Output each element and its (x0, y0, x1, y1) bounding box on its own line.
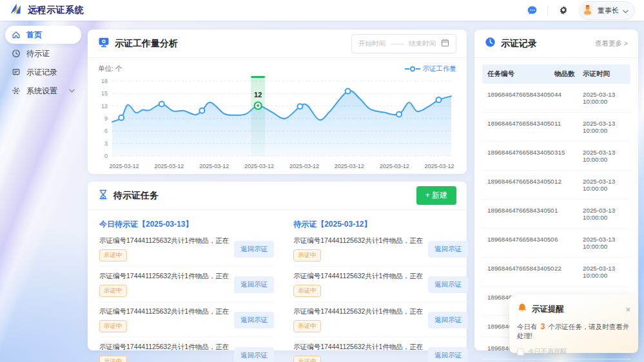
cell-count: 1 (554, 207, 583, 221)
legend-marker-icon (405, 66, 420, 72)
table-row[interactable]: 1896846476658434050 1 2025-03-13 10:00:0… (482, 200, 630, 229)
view-more-link[interactable]: 查看更多 > (595, 39, 628, 48)
task-text: 示证编号174441125632共计1件物品，正在示证。 (293, 343, 423, 352)
cell-count: 22 (554, 265, 583, 279)
sidebar-item-records[interactable]: 示证记录 (5, 63, 81, 81)
return-evidence-button[interactable]: 返回示证 (234, 241, 274, 258)
unit-label: 单位: 个 (98, 64, 122, 73)
gear-icon[interactable] (557, 4, 570, 17)
sidebar-item-label: 待示证 (26, 48, 50, 59)
highlight-marker-dot (257, 104, 259, 107)
cell-count: 315 (554, 149, 583, 163)
return-evidence-button[interactable]: 返回示证 (428, 312, 468, 329)
app-title: 远程示证系统 (28, 5, 84, 16)
monitor-icon (98, 37, 110, 51)
start-date-field[interactable]: 开始时间 (358, 39, 385, 48)
calendar-icon (441, 38, 449, 50)
x-tick-label: 2025-03-12 (380, 163, 409, 169)
tasks-card-header: 待示证任务 + 新建 (88, 182, 467, 210)
records-table-header: 任务编号 物品数 示证时间 (482, 64, 630, 84)
return-evidence-button[interactable]: 返回示证 (234, 347, 274, 362)
task-main: 示证编号174441125632共计1件物品，正在示证。 示证中 (99, 343, 229, 362)
sidebar-item-settings[interactable]: 系统设置 (5, 82, 81, 100)
table-row[interactable]: 1896846476658434050 22 2025-03-13 10:00:… (482, 258, 630, 287)
task-group-pending: 待示证【2025-03-12】 示证编号174441125632共计1件物品，正… (293, 216, 468, 362)
return-evidence-button[interactable]: 返回示证 (234, 276, 274, 293)
toast-title: 示证提醒 (532, 304, 564, 315)
task-item: 示证编号174441125632共计1件物品，正在示证。 示证中 返回示证 (293, 302, 468, 338)
x-tick-label: 2025-03-12 (199, 163, 229, 169)
cell-count: 11 (554, 120, 583, 134)
point-value-label: 12 (254, 91, 262, 99)
task-status-badge: 示证中 (99, 320, 127, 332)
sidebar-item-home[interactable]: 首页 (5, 26, 81, 44)
home-icon (12, 30, 21, 39)
chart-area: 03691215182025-03-122025-03-122025-03-12… (88, 73, 467, 175)
dashboard-page: 远程示证系统 (0, 0, 644, 362)
y-tick-label: 3 (104, 140, 108, 147)
task-main: 示证编号174441125632共计1件物品，正在示证。 示证中 (293, 236, 423, 262)
range-separator: —— (391, 40, 404, 47)
chart-marker (119, 115, 124, 120)
mute-today-checkbox[interactable]: 今日不再提醒 (517, 347, 630, 356)
cell-task-no: 1896846476658434050 (487, 178, 554, 192)
return-evidence-button[interactable]: 返回示证 (428, 347, 468, 362)
workload-card: 示证工作量分析 开始时间 —— 结束时间 单位: 个 示证工作量 (88, 30, 467, 174)
task-group-title: 待示证【2025-03-12】 (293, 216, 468, 231)
x-tick-label: 2025-03-12 (425, 163, 454, 169)
toast-count: 3 (539, 322, 546, 331)
sidebar-item-label: 首页 (26, 30, 42, 41)
sidebar-item-pending[interactable]: 待示证 (5, 44, 81, 62)
task-status-badge: 示证中 (99, 356, 127, 362)
message-icon[interactable] (525, 4, 538, 17)
toast-message-prefix: 今日有 (517, 323, 538, 330)
chart-meta-row: 单位: 个 示证工作量 (88, 58, 467, 73)
x-tick-label: 2025-03-12 (335, 163, 364, 169)
table-row[interactable]: 1896846476658434050 44 2025-03-13 10:00:… (482, 84, 630, 113)
task-text: 示证编号174441125632共计1件物品，正在示证。 (293, 272, 423, 281)
cell-time: 2025-03-13 10:00:00 (583, 265, 625, 279)
cell-count: 44 (554, 91, 583, 105)
table-row[interactable]: 1896846476658434050 12 2025-03-13 10:00:… (482, 171, 630, 200)
cell-time: 2025-03-13 10:00:00 (583, 236, 625, 250)
task-list: 示证编号174441125632共计1件物品，正在示证。 示证中 返回示证 示证… (293, 231, 468, 362)
end-date-field[interactable]: 结束时间 (409, 39, 436, 48)
task-main: 示证编号174441125632共计1件物品，正在示证。 示证中 (99, 272, 229, 297)
task-item: 示证编号174441125632共计1件物品，正在示证。 示证中 返回示证 (99, 231, 274, 267)
task-status-badge: 示证中 (293, 356, 321, 362)
checkbox-icon[interactable] (517, 348, 524, 356)
y-tick-label: 18 (101, 78, 108, 84)
col-task-no: 任务编号 (487, 70, 554, 79)
cell-time: 2025-03-13 10:00:00 (583, 207, 625, 221)
table-row[interactable]: 1896846476658434050 11 2025-03-13 10:00:… (482, 113, 630, 142)
task-text: 示证编号174441125632共计1件物品，正在示证。 (293, 307, 423, 316)
record-icon (12, 68, 21, 77)
close-icon[interactable]: × (625, 305, 630, 314)
clock-icon (12, 49, 21, 58)
header-divider (547, 6, 548, 15)
tasks-title: 待示证任务 (113, 190, 159, 202)
task-group-today: 今日待示证【2025-03-13】 示证编号174441125632共计1件物品… (99, 216, 274, 362)
return-evidence-button[interactable]: 返回示证 (234, 312, 274, 329)
table-row[interactable]: 1896846476658434050 6 2025-03-13 10:00:0… (482, 229, 630, 258)
task-item: 示证编号174441125632共计1件物品，正在示证。 示证中 返回示证 (99, 267, 274, 302)
chart-marker (159, 101, 164, 106)
user-menu[interactable]: 董事长 (579, 1, 635, 20)
sidebar: 首页 待示证 示证记录 系统设置 (0, 26, 86, 100)
return-evidence-button[interactable]: 返回示证 (428, 276, 468, 293)
mute-today-label: 今日不再提醒 (528, 347, 567, 356)
y-tick-label: 6 (104, 128, 108, 134)
table-row[interactable]: 1896846476658434050 315 2025-03-13 10:00… (482, 142, 630, 171)
task-main: 示证编号174441125632共计1件物品，正在示证。 示证中 (99, 307, 229, 332)
workload-line-chart[interactable]: 03691215182025-03-122025-03-122025-03-12… (93, 75, 458, 173)
date-range-picker[interactable]: 开始时间 —— 结束时间 (351, 34, 456, 53)
reminder-toast: 示证提醒 × 今日有 3 个示证任务，请及时查看并处理! 今日不再提醒 (509, 295, 638, 353)
col-count: 物品数 (554, 70, 583, 79)
return-evidence-button[interactable]: 返回示证 (428, 241, 468, 258)
legend-workload[interactable]: 示证工作量 (405, 64, 457, 73)
chart-marker (297, 104, 302, 109)
new-task-button[interactable]: + 新建 (416, 186, 456, 205)
task-item: 示证编号174441125632共计1件物品，正在示证。 示证中 返回示证 (293, 231, 468, 267)
task-item: 示证编号174441125632共计1件物品，正在示证。 示证中 返回示证 (99, 302, 274, 338)
hourglass-icon (98, 189, 108, 202)
